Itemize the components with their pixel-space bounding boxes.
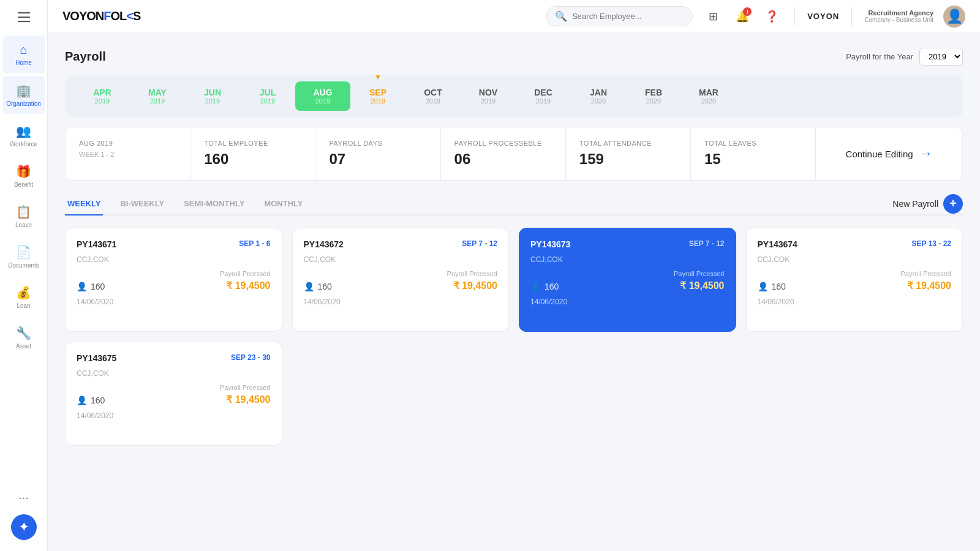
tab-weekly[interactable]: WEEKLY [65,193,103,216]
month-year-sep: 2019 [371,97,385,105]
card-footer-4: 14/06/2020 [758,298,952,306]
voyon-label: VOYON [807,12,839,21]
month-tab-may[interactable]: MAY 2019 [130,81,185,111]
sidebar-label-asset: Asset [16,343,31,350]
hamburger-menu[interactable] [13,6,35,28]
tab-monthly[interactable]: MONTHLY [262,193,305,216]
card-footer-2: 14/06/2020 [304,298,498,306]
card-header-5: PY143675 SEP 23 - 30 [77,353,271,363]
loan-icon: 💰 [16,285,31,300]
benefit-icon: 🎁 [16,164,31,179]
sidebar-item-documents[interactable]: 📄 Documents [2,238,45,276]
payroll-days-label: PAYROLL DAYS [329,140,426,147]
sidebar: ⌂ Home 🏢 Organization 👥 Workforce 🎁 Bene… [0,0,48,551]
sidebar-item-benefit[interactable]: 🎁 Benefit [2,157,45,195]
home-icon: ⌂ [20,43,27,57]
leave-icon: 📋 [16,204,31,219]
year-select[interactable]: 2019 2020 [919,48,963,66]
continue-editing-cell[interactable]: Continue Editing → [816,127,962,180]
payroll-card-py143673[interactable]: PY143673 SEP 7 - 12 CCJ,COK 👤 160 Payrol… [519,228,736,332]
month-tab-jan[interactable]: JAN 2020 [571,81,626,111]
month-year-jun: 2019 [205,97,220,105]
payroll-card-py143675[interactable]: PY143675 SEP 23 - 30 CCJ,COK 👤 160 Payro… [65,342,282,446]
asset-icon: 🔧 [16,326,31,340]
payroll-card-py143672[interactable]: PY143672 SEP 7 - 12 CCJ,COK 👤 160 Payrol… [292,228,510,332]
payroll-card-py143671[interactable]: PY143671 SEP 1 - 6 CCJ,COK 👤 160 Payroll… [65,228,282,332]
month-tabs: APR 2019 MAY 2019 JUN 2019 JUL 2019 AUG … [65,75,963,117]
month-tab-feb[interactable]: FEB 2020 [626,81,681,111]
month-tab-jun[interactable]: JUN 2019 [185,81,240,111]
page-header: Payroll Payroll for the Year 2019 2020 [65,48,963,66]
grid-icon[interactable]: ⊞ [703,6,723,27]
month-tab-sep[interactable]: ▼ SEP 2019 [350,81,405,111]
month-year-feb: 2020 [646,97,661,105]
payroll-processable-stat: PAYROLL PROCESSEBLE 06 [441,127,566,180]
card-employee-count-5: 160 [91,395,105,405]
sidebar-item-leave[interactable]: 📋 Leave [2,197,45,235]
tab-biweekly[interactable]: BI-WEEKLY [118,193,167,216]
card-body-4: 👤 160 Payroll Prcessed ₹ 19,4500 [758,270,952,291]
month-tab-jul[interactable]: JUL 2019 [240,81,295,111]
total-leaves-label: TOTAL LEAVES [704,140,802,147]
notification-icon[interactable]: 🔔 1 [732,6,753,27]
month-name-dec: DEC [534,88,552,97]
user-avatar[interactable]: 👤 [943,6,965,28]
sidebar-item-organization[interactable]: 🏢 Organization [2,76,45,114]
search-icon: 🔍 [555,10,567,22]
card-id-3: PY143673 [530,239,570,249]
card-id-4: PY143674 [758,239,797,249]
card-employee-count-4: 160 [772,282,786,291]
month-year-jul: 2019 [260,97,275,105]
card-body-1: 👤 160 Payroll Prcessed ₹ 19,4500 [77,270,271,291]
notification-badge: 1 [743,7,752,16]
card-employees-1: 👤 160 [77,282,105,291]
search-bar[interactable]: 🔍 [546,6,693,26]
help-icon[interactable]: ❓ [761,6,782,27]
card-header-4: PY143674 SEP 13 - 22 [758,239,952,249]
month-name-may: MAY [148,88,167,97]
month-tab-dec[interactable]: DEC 2019 [516,81,571,111]
month-year-nov: 2019 [481,97,496,105]
search-input[interactable] [572,12,684,21]
month-tab-nov[interactable]: NOV 2019 [461,81,516,111]
sidebar-label-leave: Leave [15,222,32,228]
total-attendance-stat: TOTAL ATTENDANCE 159 [566,127,691,180]
payroll-year-section: Payroll for the Year 2019 2020 [846,48,963,66]
payroll-card-py143674[interactable]: PY143674 SEP 13 - 22 CCJ,COK 👤 160 Payro… [746,228,963,332]
page-content: Payroll Payroll for the Year 2019 2020 A… [48,33,980,551]
card-date-4: SEP 13 - 22 [912,239,952,248]
tab-semimonthly[interactable]: SEMI-MONTHLY [181,193,247,216]
month-name-jul: JUL [260,88,276,97]
month-tab-oct[interactable]: OCT 2019 [405,81,461,111]
card-employees-5: 👤 160 [77,395,105,405]
card-id-2: PY143672 [304,239,344,249]
fab-button[interactable]: ✦ [11,514,37,540]
sidebar-item-workforce[interactable]: 👥 Workforce [2,116,45,154]
month-name-jun: JUN [204,88,221,97]
sidebar-more[interactable]: ··· [11,483,36,512]
card-amount-section-3: Payroll Prcessed ₹ 19,4500 [674,270,725,291]
sidebar-item-asset[interactable]: 🔧 Asset [2,318,45,356]
sidebar-item-loan[interactable]: 💰 Loan [2,278,45,316]
person-icon-3: 👤 [530,282,541,291]
page-title: Payroll [65,50,106,64]
period-sub: WEEK 1 - 2 [79,151,176,158]
month-tab-mar[interactable]: MAR 2020 [681,81,736,111]
month-tab-apr[interactable]: APR 2019 [75,81,130,111]
card-date-3: SEP 7 - 12 [689,239,725,248]
total-leaves-stat: TOTAL LEAVES 15 [691,127,816,180]
card-loc-1: CCJ,COK [77,255,271,264]
month-name-feb: FEB [645,88,662,97]
payroll-days-stat: PAYROLL DAYS 07 [315,127,440,180]
payroll-processable-value: 06 [454,151,552,168]
card-processed-label-1: Payroll Prcessed [220,270,271,277]
new-payroll-button[interactable]: New Payroll + [892,194,963,214]
card-processed-label-4: Payroll Prcessed [900,270,951,277]
card-loc-5: CCJ,COK [77,369,271,378]
sidebar-item-home[interactable]: ⌂ Home [2,36,45,73]
month-name-sep: SEP [369,88,386,97]
card-header-3: PY143673 SEP 7 - 12 [530,239,725,249]
month-tab-aug[interactable]: AUG 2019 [295,81,350,111]
company-info: Recruitment Agency Company - Business Un… [864,9,933,23]
month-name-nov: NOV [479,88,497,97]
